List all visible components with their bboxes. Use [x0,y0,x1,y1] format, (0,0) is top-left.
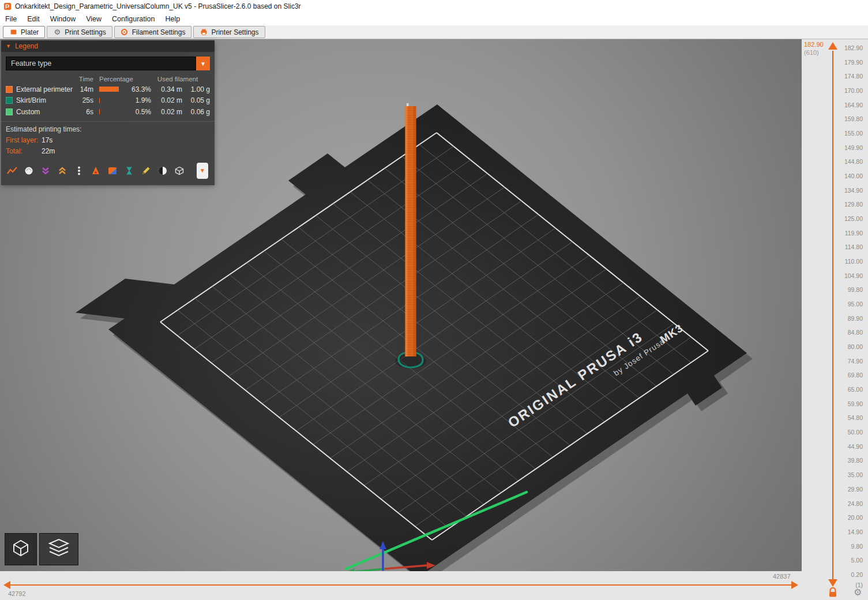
dropdown-arrow-icon[interactable]: ▼ [196,57,210,70]
legend-rows: External perimeter14m63.3%0.34 m1.00 gSk… [1,84,215,118]
layer-tick: 119.90 [839,230,863,237]
feature-color-swatch [6,108,13,115]
legend-row: Skirt/Brim25s1.9%0.02 m0.05 g [1,95,215,107]
layer-tick: 182.90 [839,45,863,51]
tab-label: Printer Settings [211,28,258,36]
tab-printer-settings[interactable]: Printer Settings [193,26,265,38]
layer-tick: 125.00 [839,216,863,222]
tab-bar: Plater⚙Print SettingsFilament SettingsPr… [0,25,868,39]
layer-tick: 174.80 [839,73,863,80]
layer-slider-top-handle[interactable] [828,42,837,50]
layer-tick: 99.80 [839,287,863,293]
layer-tick: 110.00 [839,258,863,265]
layer-tick: 114.80 [839,244,863,250]
custom-gcode-icon[interactable] [140,164,152,177]
layer-tick: 0.20 [839,572,863,578]
layer-tick: 89.90 [839,316,863,322]
percentage-bar [99,97,130,103]
legend-header[interactable]: ▼ Legend [1,40,215,52]
printed-object-column [405,103,416,357]
feature-percent: 63.3% [130,85,151,93]
menu-file[interactable]: File [0,13,22,25]
feature-filament-m: 0.02 m [157,96,182,104]
feature-color-swatch [6,86,13,93]
layer-tick: 144.80 [839,159,863,165]
color-changes-icon[interactable] [106,164,118,177]
first-layer-label: First layer: [6,136,42,144]
tab-label: Print Settings [65,28,106,36]
seams-icon[interactable] [73,164,85,177]
layer-tick: 134.90 [839,187,863,194]
retractions-icon[interactable] [39,164,51,177]
feature-time: 25s [75,96,93,104]
plater-icon [9,28,17,36]
layer-slider-track[interactable] [832,51,833,579]
move-slider-right-handle[interactable] [791,581,798,589]
menu-bar: FileEditWindowViewConfigurationHelp [0,13,868,25]
layers-icon [45,537,73,562]
layer-tick: 39.80 [839,457,863,464]
menu-window[interactable]: Window [45,13,81,25]
cube-3d-icon [9,537,32,562]
layer-tick: 65.00 [839,387,863,393]
travels-icon[interactable] [6,164,18,177]
legend-title: Legend [15,42,38,50]
layer-tick: 159.80 [839,116,863,122]
tab-label: Plater [21,28,39,36]
layer-tick: 5.00 [839,557,863,564]
layer-tick: 59.90 [839,401,863,407]
3d-view-button[interactable] [5,533,37,565]
tab-label: Filament Settings [132,28,186,36]
window-title: Onkarkitekt_Design_Parametric_UniversalC… [15,2,301,10]
layer-tick: 24.80 [839,501,863,507]
layer-tick: 170.00 [839,88,863,94]
layer-slider-bottom-handle[interactable] [828,579,837,587]
menu-configuration[interactable]: Configuration [107,13,160,25]
move-slider-left-value: 42792 [8,590,26,597]
layer-tick: 35.00 [839,472,863,478]
legend-row: External perimeter14m63.3%0.34 m1.00 g [1,84,215,95]
col-used-filament: Used filament [150,76,205,82]
layer-tick-labels: 182.90179.90174.80170.00164.90159.80155.… [839,45,863,578]
tab-print-settings[interactable]: ⚙Print Settings [47,26,112,38]
layer-tick: 50.00 [839,429,863,436]
tab-plater[interactable]: Plater [3,26,45,38]
layer-slider-top-values: 182.90 (610) [804,40,824,57]
deretractions-icon[interactable] [56,164,68,177]
view-cube-icon[interactable] [173,164,185,177]
wipe-icon[interactable] [22,164,35,177]
printer-settings-icon [200,28,208,36]
tool-changes-icon[interactable] [89,164,102,177]
layer-tick: 84.80 [839,329,863,336]
layer-tick: 164.90 [839,102,863,108]
slider-settings-gear-icon[interactable]: ⚙ [854,587,862,598]
legend-table-header: Time Percentage Used filament [1,74,215,84]
layer-tick: 74.90 [839,358,863,365]
feature-name: External perimeter [16,85,75,93]
shells-icon[interactable] [156,164,168,177]
menu-view[interactable]: View [81,13,107,25]
title-bar: Onkarkitekt_Design_Parametric_UniversalC… [0,0,868,13]
feature-name: Custom [16,108,75,116]
tab-filament-settings[interactable]: Filament Settings [114,26,192,38]
layer-tick: 140.00 [839,173,863,179]
first-layer-row: First layer: 17s [1,135,215,146]
layer-tick: 179.90 [839,59,863,66]
move-slider-track[interactable] [10,584,792,586]
feature-filament-g: 0.05 g [187,96,210,104]
legend-collapse-button[interactable]: ▼ [197,163,208,179]
layer-tick: 29.90 [839,486,863,493]
layer-tick: 95.00 [839,301,863,308]
filament-settings-icon [121,28,129,36]
layer-tick: 44.90 [839,444,863,450]
pause-prints-icon[interactable] [123,164,135,177]
app-icon [3,2,12,10]
layer-slider-panel: 182.90 (610) 182.90179.90174.80170.00164… [802,39,868,600]
layer-top-index: (610) [804,48,824,57]
layer-tick: 9.80 [839,543,863,550]
menu-edit[interactable]: Edit [22,13,45,25]
lock-icon[interactable] [828,587,837,598]
menu-help[interactable]: Help [160,13,185,25]
feature-type-select[interactable]: Feature type ▼ [6,57,210,70]
layers-view-button[interactable] [39,533,78,565]
